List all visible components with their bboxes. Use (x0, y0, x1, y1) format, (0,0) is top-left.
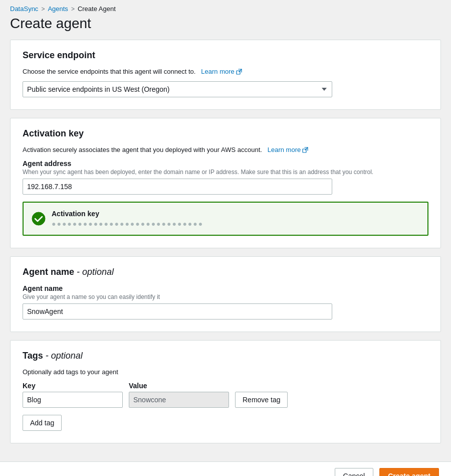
external-link-icon (236, 69, 242, 75)
page-title: Create agent (10, 16, 441, 32)
activation-key-box: Activation key ●●●●●●●●●●●●●●●●●●●●●●●●●… (23, 202, 428, 236)
tags-description: Optionally add tags to your agent (23, 368, 428, 376)
create-agent-button[interactable]: Create agent (379, 468, 439, 476)
agent-address-group: Agent address When your sync agent has b… (23, 160, 428, 195)
external-link-icon-2 (302, 147, 308, 153)
check-circle-icon (32, 212, 46, 226)
breadcrumb-agents[interactable]: Agents (48, 5, 68, 13)
agent-name-title: Agent name - optional (23, 267, 428, 277)
tags-title: Tags - optional (23, 351, 428, 361)
cancel-button[interactable]: Cancel (335, 468, 374, 476)
svg-point-4 (32, 212, 45, 225)
breadcrumb-sep2: > (71, 6, 75, 13)
breadcrumb-sep1: > (41, 6, 45, 13)
tags-row: Key Value Remove tag (23, 382, 428, 408)
footer-bar: Cancel Create agent (0, 461, 451, 476)
service-endpoint-section: Service endpoint Choose the service endp… (10, 40, 441, 110)
activation-key-description: Activation securely associates the agent… (23, 146, 428, 153)
activation-key-label: Activation key (52, 210, 203, 218)
remove-tag-button[interactable]: Remove tag (235, 392, 288, 408)
agent-address-hint: When your sync agent has been deployed, … (23, 169, 428, 176)
agent-address-input[interactable] (23, 179, 332, 195)
breadcrumb: DataSync > Agents > Create Agent (0, 0, 451, 16)
service-endpoint-description: Choose the service endpoints that this a… (23, 68, 428, 75)
breadcrumb-datasync[interactable]: DataSync (10, 5, 38, 13)
agent-name-input[interactable] (23, 303, 332, 320)
service-endpoint-title: Service endpoint (23, 50, 428, 61)
tag-value-label: Value (129, 382, 229, 390)
agent-address-label: Agent address (23, 160, 428, 168)
add-tag-button[interactable]: Add tag (23, 415, 62, 431)
agent-name-label: Agent name (23, 284, 428, 292)
tag-value-group: Value (129, 382, 229, 408)
agent-name-section: Agent name - optional Agent name Give yo… (10, 256, 441, 332)
activation-key-learn-more[interactable]: Learn more (268, 146, 308, 153)
tag-value-input[interactable] (129, 392, 229, 408)
service-endpoint-select[interactable]: Public service endpoints in US West (Ore… (23, 81, 332, 97)
tag-key-label: Key (23, 382, 123, 390)
tag-key-group: Key (23, 382, 123, 408)
breadcrumb-current: Create Agent (78, 5, 116, 13)
activation-key-title: Activation key (23, 128, 428, 139)
activation-key-value: ●●●●●●●●●●●●●●●●●●●●●●●●●●●●● (52, 220, 203, 228)
tags-section: Tags - optional Optionally add tags to y… (10, 340, 441, 443)
tag-key-input[interactable] (23, 392, 123, 408)
agent-name-hint: Give your agent a name so you can easily… (23, 293, 428, 300)
service-endpoint-learn-more[interactable]: Learn more (201, 68, 242, 75)
activation-key-section: Activation key Activation securely assoc… (10, 118, 441, 248)
